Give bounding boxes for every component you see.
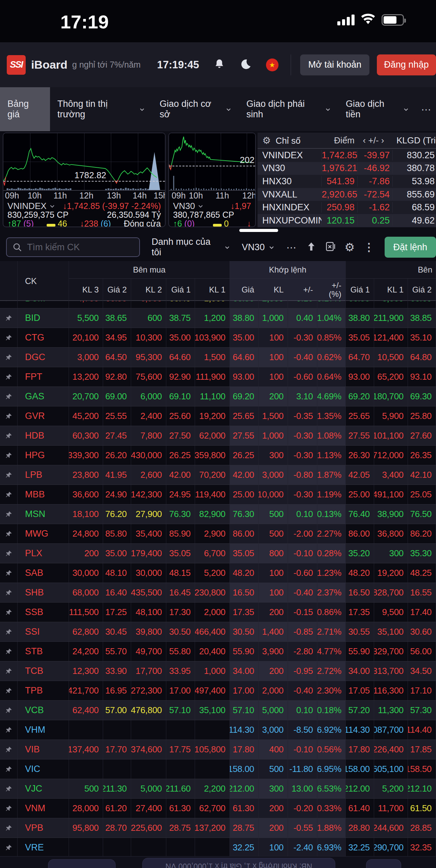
pin-icon[interactable] xyxy=(0,406,18,426)
excel-export-icon[interactable] xyxy=(325,241,336,254)
nav-more-button[interactable]: ⋯ xyxy=(416,87,436,131)
pin-icon[interactable] xyxy=(0,465,18,485)
pin-icon[interactable] xyxy=(0,524,18,543)
bottom-pill[interactable] xyxy=(48,859,116,868)
symbol-cell[interactable]: VCB xyxy=(18,701,69,720)
symbol-column-header[interactable]: CK xyxy=(18,261,69,301)
pin-icon[interactable] xyxy=(0,740,18,759)
symbol-cell[interactable]: VIB xyxy=(18,740,69,759)
table-row-ssi[interactable]: SSI62,80030.4539,80030.50466,40030.501,4… xyxy=(0,622,436,642)
index-row-vn30[interactable]: VN301,976.21-46.92380.78 xyxy=(258,162,436,175)
pin-icon[interactable] xyxy=(0,661,18,681)
bell-icon[interactable] xyxy=(213,58,225,72)
symbol-cell[interactable]: FPT xyxy=(18,367,69,386)
pin-icon[interactable] xyxy=(0,301,18,308)
symbol-cell[interactable]: CTG xyxy=(18,328,69,347)
index-row-hnxupcomindex[interactable]: HNXUPCOMINDEX120.150.2549.62 xyxy=(258,214,436,227)
tab-giao-dich-tien[interactable]: Giao dịch tiền xyxy=(338,87,416,131)
index-row-vnxall[interactable]: VNXALL2,920.65-72.54855.69 xyxy=(258,188,436,201)
table-row-hpg[interactable]: HPG339,30026.20,430,00026.25359,80026.25… xyxy=(0,446,436,465)
subcol-header[interactable]: KL xyxy=(259,279,288,301)
pin-icon[interactable] xyxy=(0,838,18,857)
symbol-cell[interactable]: TPB xyxy=(18,681,69,700)
dark-mode-moon-icon[interactable] xyxy=(240,58,252,72)
symbol-cell[interactable]: VHM xyxy=(18,720,69,740)
subcol-header[interactable]: Giá 2 xyxy=(103,279,131,301)
table-row-vre[interactable]: VRE32.25100-2.40-6.93%32.25,290,70032.35 xyxy=(0,838,436,858)
table-row-vic[interactable]: VIC158.00500-11.80-6.95%158.00,605,10015… xyxy=(0,759,436,779)
table-row-hdb[interactable]: HDB60,30027.457,80027.5062,00027.551,000… xyxy=(0,426,436,446)
pin-icon[interactable] xyxy=(0,446,18,465)
pin-icon[interactable] xyxy=(0,642,18,661)
vn30-selector[interactable]: VN30 xyxy=(173,202,203,210)
pin-icon[interactable] xyxy=(0,328,18,347)
index-settings[interactable]: ⚙ Chỉ số xyxy=(258,135,321,146)
symbol-cell[interactable]: DGC xyxy=(18,348,69,367)
table-row-sab[interactable]: SAB30,00048.1030,00048.155,20048.20100-0… xyxy=(0,563,436,583)
symbol-cell[interactable]: MBB xyxy=(18,485,69,504)
pin-icon[interactable] xyxy=(0,485,18,504)
pin-icon[interactable] xyxy=(0,720,18,740)
pin-icon[interactable] xyxy=(0,818,18,838)
table-row-tpb[interactable]: TPB421,70016.95272,30017.00497,40017.002… xyxy=(0,681,436,701)
language-flag-icon[interactable]: ★ xyxy=(266,58,278,71)
pin-icon[interactable] xyxy=(0,387,18,406)
pin-icon[interactable] xyxy=(0,348,18,367)
table-row-gas[interactable]: GAS20,70069.006,00069.1011,10069.202003.… xyxy=(0,387,436,406)
scroll-indicator[interactable] xyxy=(239,229,278,232)
table-row-plx[interactable]: PLX20035.00179,40035.056,70035.05800-0.1… xyxy=(0,544,436,563)
vnindex-chart-card[interactable]: 1782.82 09h10h11h12h13h14h15h VNINDEX ↓1… xyxy=(3,133,166,227)
subcol-header[interactable]: KL 2 xyxy=(131,279,166,301)
symbol-cell[interactable]: VIC xyxy=(18,759,69,779)
table-row-ssb[interactable]: SSB111,50017.2548,10017.302,00017.35200-… xyxy=(0,603,436,622)
search-input[interactable]: Tìm kiếm CK xyxy=(6,237,140,257)
kebab-menu-icon[interactable]: ⋮ xyxy=(364,241,374,254)
symbol-cell[interactable]: PLX xyxy=(18,544,69,563)
board-dropdown[interactable]: VN30 xyxy=(242,242,275,253)
login-button[interactable]: Đăng nhập xyxy=(377,54,436,75)
symbol-cell[interactable]: LPB xyxy=(18,465,69,485)
open-account-button[interactable]: Mở tài khoản xyxy=(300,54,369,75)
pin-icon[interactable] xyxy=(0,799,18,818)
symbol-cell[interactable]: VPB xyxy=(18,818,69,838)
pin-icon[interactable] xyxy=(0,308,18,328)
vnindex-selector[interactable]: VNINDEX xyxy=(7,202,55,210)
table-row-stb[interactable]: STB24,20055.7049,70055.8020,40055.903,90… xyxy=(0,642,436,661)
pin-icon[interactable] xyxy=(0,544,18,563)
symbol-cell[interactable]: SSB xyxy=(18,603,69,622)
symbol-cell[interactable]: SHB xyxy=(18,583,69,602)
subcol-header[interactable]: KL 1 xyxy=(195,279,230,301)
symbol-cell[interactable]: HPG xyxy=(18,446,69,465)
pin-icon[interactable] xyxy=(0,759,18,779)
subcol-header[interactable]: +/- (%) xyxy=(317,279,346,301)
settings-gear-icon[interactable]: ⚙ xyxy=(344,240,355,254)
pin-icon[interactable] xyxy=(0,563,18,583)
table-row-vnm[interactable]: VNM28,00061.2027,40061.3062,70061.30200-… xyxy=(0,799,436,818)
table-row-bcm[interactable]: BCM4,70066.506,90066.401,00066.502,0000.… xyxy=(0,301,436,308)
subcol-header[interactable]: KL 3 xyxy=(69,279,103,301)
symbol-cell[interactable]: SAB xyxy=(18,563,69,583)
table-row-mwg[interactable]: MWG24,80085.8035,40085.902,90086.00500-2… xyxy=(0,524,436,544)
symbol-cell[interactable]: MWG xyxy=(18,524,69,543)
table-row-vcb[interactable]: VCB62,40057.00476,80057.1035,10057.105,0… xyxy=(0,701,436,720)
subcol-header[interactable]: +/- xyxy=(288,279,317,301)
symbol-cell[interactable]: VJC xyxy=(18,779,69,798)
symbol-cell[interactable]: GVR xyxy=(18,406,69,426)
pin-icon[interactable] xyxy=(0,681,18,700)
tab-bang-gia[interactable]: Bảng giá xyxy=(0,87,50,131)
subcol-header[interactable]: Giá xyxy=(230,279,259,301)
subcol-header[interactable]: KL 1 xyxy=(374,279,408,301)
pin-icon[interactable] xyxy=(0,701,18,720)
table-row-mbb[interactable]: MBB36,60024.90142,30024.95119,40025.0010… xyxy=(0,485,436,505)
pin-icon[interactable] xyxy=(0,426,18,445)
table-row-shb[interactable]: SHB68,00016.40,435,50016.45,230,80016.50… xyxy=(0,583,436,603)
symbol-cell[interactable]: MSN xyxy=(18,505,69,524)
table-row-fpt[interactable]: FPT13,20092.8075,60092.90111,90093.00100… xyxy=(0,367,436,387)
table-row-dgc[interactable]: DGC3,00064.5095,30064.601,50064.60100-0.… xyxy=(0,348,436,367)
symbol-cell[interactable]: SSI xyxy=(18,622,69,641)
tab-giao-dich-phai-sinh[interactable]: Giao dịch phái sinh xyxy=(239,87,338,131)
table-row-bid[interactable]: BID5,50038.6560038.751,20038.801,0000.40… xyxy=(0,308,436,328)
subcol-header[interactable]: Giá 1 xyxy=(346,279,374,301)
table-row-tcb[interactable]: TCB12,30033.9017,70033.951,00034.00200-0… xyxy=(0,661,436,681)
watchlist-dropdown[interactable]: Danh mục của tôi xyxy=(152,237,230,258)
